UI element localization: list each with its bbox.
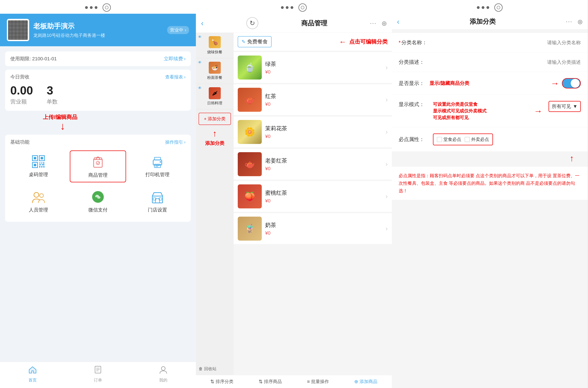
nav-order[interactable]: 订单 [65, 365, 131, 383]
edit-pencil-icon: ✎ [241, 39, 245, 45]
home-nav-icon [28, 365, 37, 376]
svg-rect-8 [43, 163, 44, 164]
milk-tea-chevron-icon: › [386, 225, 388, 232]
green-tea-name: 绿茶 [265, 60, 382, 68]
add-product-icon: ⊕ [354, 379, 358, 384]
func-staff-label: 人员管理 [29, 207, 48, 213]
nav-order-label: 订单 [94, 377, 102, 383]
must-delivery-item[interactable]: 外卖必点 [465, 136, 489, 143]
sort-product-button[interactable]: ⇅ 排序商品 [259, 379, 282, 385]
must-label: 必点属性： [399, 136, 429, 143]
func-wechat[interactable]: 微信支付 [70, 186, 126, 217]
functions-title: 基础功能 [10, 139, 29, 145]
product-body: 👁 🍗 烧味快餐 👁 🍜 粉面茶餐 👁 🌶 日韩料理 + 添加分类 ↑ 添加分类 [196, 33, 392, 375]
func-staff[interactable]: 人员管理 [10, 186, 66, 217]
sort-category-button[interactable]: ⇅ 排序分类 [210, 379, 234, 385]
target-icon[interactable]: ◎ [382, 20, 387, 26]
phone2-frame: ‹ ↻ 商品管理 ··· ◎ 👁 🍗 烧味快餐 👁 🍜 粉面茶餐 [196, 0, 392, 388]
click-edit-annotation: 点击可编辑分类 [349, 38, 388, 46]
svg-point-27 [99, 197, 100, 198]
peach-tea-img: 🍑 [238, 184, 262, 208]
jasmine-tea-chevron-icon: › [386, 128, 388, 136]
name-input[interactable] [433, 40, 581, 46]
sidebar-item-korean[interactable]: 👁 🌶 日韩料理 [196, 84, 234, 109]
p3-more-dots-icon[interactable]: ··· [566, 18, 573, 25]
more-dots-icon[interactable]: ··· [370, 20, 377, 26]
nav-profile[interactable]: 我的 [131, 365, 196, 383]
click-annotation-container: ← 点击可编辑分类 [339, 38, 388, 46]
func-grid: 桌码管理 商品管理 [10, 150, 186, 217]
category-name-editable[interactable]: ✎ 免费餐食 [238, 36, 271, 47]
peach-tea-price: ¥0 [265, 198, 382, 204]
store-status-badge[interactable]: 营业中 › [167, 26, 189, 34]
add-product-label: 添加商品 [360, 379, 377, 385]
milk-tea-name: 奶茶 [265, 221, 382, 229]
svg-point-22 [40, 194, 43, 197]
p3-back-button[interactable]: ‹ [397, 17, 400, 26]
form-row-must: 必点属性： 堂食必点 外卖必点 [392, 127, 588, 152]
back-button[interactable]: ‹ [201, 19, 204, 27]
product-item-red-tea[interactable]: 🫖 红茶 ¥0 › [234, 84, 392, 115]
p3-camera-icon [494, 3, 503, 12]
add-category-button[interactable]: + 添加分类 [199, 113, 231, 125]
store-qr-code[interactable] [7, 19, 29, 41]
func-product-label: 商品管理 [88, 172, 107, 178]
status-dot-2 [90, 6, 93, 9]
refresh-button[interactable]: ↻ [246, 17, 258, 29]
revenue-amount-item: 0.00 营业额 [10, 84, 33, 106]
svg-rect-3 [41, 157, 43, 159]
p3-target-icon[interactable]: ◎ [578, 18, 583, 25]
dine-in-checkbox[interactable] [437, 137, 442, 142]
report-link[interactable]: 查看报表 › [165, 74, 186, 80]
svg-rect-6 [39, 163, 40, 164]
func-store[interactable]: 门店设置 [130, 186, 186, 217]
show-annotation: 显示/隐藏商品分类 [429, 80, 548, 87]
guide-link[interactable]: 操作指引 › [165, 139, 186, 145]
batch-op-button[interactable]: ≡ 批量操作 [307, 379, 329, 385]
revenue-order-label: 单数 [47, 98, 58, 106]
func-product[interactable]: 商品管理 [70, 150, 126, 182]
jasmine-tea-info: 茉莉花茶 ¥0 [265, 125, 382, 139]
func-printer[interactable]: 打印机管理 [130, 150, 186, 182]
product-item-green-tea[interactable]: 🍵 绿茶 ¥0 › [234, 52, 392, 83]
camera-icon [103, 3, 111, 12]
eye-icon-noodle: 👁 [198, 60, 202, 65]
product-item-milk-tea[interactable]: 🧋 奶茶 ¥0 › [234, 213, 392, 244]
svg-rect-9 [39, 164, 41, 165]
sidebar-item-noodle[interactable]: 👁 🍜 粉面茶餐 [196, 58, 234, 84]
sidebar-fast-food-label: 烧味快餐 [207, 49, 222, 55]
must-dine-in-item[interactable]: 堂食必点 [437, 136, 461, 143]
add-category-topbar: ‹ 添加分类 ··· ◎ [392, 14, 588, 29]
svg-point-26 [98, 197, 99, 198]
toggle-knob [571, 79, 580, 88]
delivery-checkbox[interactable] [465, 137, 470, 142]
product-item-jasmine-tea[interactable]: 🌼 茉莉花茶 ¥0 › [234, 117, 392, 147]
revenue-title: 今日营收 [10, 74, 29, 80]
p3-dot-3 [486, 6, 489, 9]
svg-point-24 [96, 196, 97, 196]
display-mode-select[interactable]: 所有可见 ▼ [549, 101, 581, 112]
renew-link[interactable]: 立即续费 › [164, 55, 186, 62]
store-name: 老板助手演示 [33, 22, 163, 31]
sidebar-item-fast-food[interactable]: 👁 🍗 烧味快餐 [196, 33, 234, 58]
red-tea-img: 🫖 [238, 88, 262, 112]
renew-text: 立即续费 [164, 55, 183, 62]
show-toggle[interactable] [562, 78, 581, 88]
product-item-peach-tea[interactable]: 🍑 蜜桃红茶 ¥0 › [234, 181, 392, 212]
svg-point-25 [97, 196, 98, 196]
peach-tea-info: 蜜桃红茶 ¥0 [265, 189, 382, 204]
jasmine-tea-name: 茉莉花茶 [265, 125, 382, 132]
revenue-amount-label: 营业额 [10, 98, 33, 106]
p3-dot-2 [482, 6, 484, 9]
product-item-ginger-tea[interactable]: 🫖 老姜红茶 ¥0 › [234, 149, 392, 180]
p2-dot-1 [281, 6, 284, 9]
qr-icon [31, 154, 46, 169]
add-product-button[interactable]: ⊕ 添加商品 [354, 379, 377, 385]
must-arrow-up-icon: ↑ [570, 153, 574, 163]
desc-input[interactable] [433, 59, 581, 65]
nav-home[interactable]: 首页 [0, 365, 65, 383]
recycle-bin-button[interactable]: 🗑 回收站 [196, 363, 234, 375]
func-qrcode[interactable]: 桌码管理 [10, 150, 66, 182]
store-header-top: 老板助手演示 龙岗路10号硅谷动力电子商务港一楼 营业中 › [7, 19, 189, 41]
nav-profile-label: 我的 [159, 377, 167, 383]
